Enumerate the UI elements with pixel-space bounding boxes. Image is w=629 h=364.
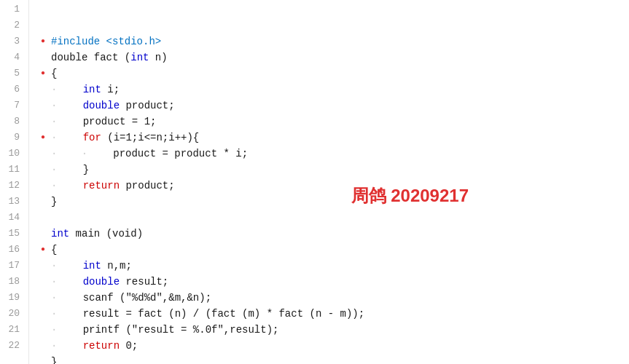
code-token: int [83,258,101,274]
indent-dots: · [51,178,82,194]
line-dot: ● [41,33,50,50]
line-number: 14 [6,210,20,226]
line-number: 9 [6,130,20,146]
line-number: 16 [6,242,20,258]
code-line: · · product = product * i; [41,146,629,162]
code-token: n,m; [101,258,132,274]
line-number: 15 [6,226,20,242]
line-numbers: 12345678910111213141516171819202122 [0,0,29,364]
code-token: int [130,50,149,66]
line-number: 8 [6,114,20,130]
indent-dots: · [51,130,82,146]
line-dot [41,98,50,114]
code-line: · return product; [41,178,629,194]
code-token: result = fact (n) / (fact (m) * fact (n … [83,306,364,322]
code-token: 0; [120,338,138,354]
code-token: product = 1; [83,114,157,130]
indent-dots: · [51,98,82,114]
code-token: } [83,162,89,178]
line-number: 11 [6,162,20,178]
code-line: } [41,354,629,364]
code-line: ●{ [41,66,629,82]
code-token: return [83,338,120,354]
line-dot [41,306,50,322]
watermark: 周鸽 20209217 [351,188,469,204]
code-token: for [83,130,101,146]
code-line: · double result; [41,274,629,290]
code-token: } [51,194,57,210]
code-line: int main (void) [41,226,629,242]
code-token: main (void) [69,226,143,242]
code-line: ●{ [41,242,629,258]
line-dot [41,210,50,226]
code-token: product = product * i; [113,146,248,162]
line-number: 17 [6,258,20,274]
line-dot [41,338,50,354]
code-token: return [83,178,120,194]
line-number: 3 [6,33,20,50]
code-token: i; [101,82,120,98]
indent-dots: · [51,274,82,290]
indent-dots: · · [51,146,112,162]
code-token: int [83,82,101,98]
line-number: 5 [6,66,20,82]
line-number: 10 [6,146,20,162]
code-token: scanf ("%d%d",&m,&n); [83,290,211,306]
line-number: 6 [6,82,20,98]
line-number: 21 [6,322,20,338]
line-dot [41,290,50,306]
code-editor: 12345678910111213141516171819202122 ●#in… [0,0,629,364]
code-token: fact [94,50,119,66]
indent-dots: · [51,338,82,354]
code-line [41,210,629,226]
code-line: · result = fact (n) / (fact (m) * fact (… [41,306,629,322]
line-dot [41,82,50,98]
code-token: double [83,98,120,114]
code-line: ●· for (i=1;i<=n;i++){ [41,130,629,146]
line-dot: ● [41,242,50,258]
code-token: result; [120,274,168,290]
code-line: ●#include <stdio.h> [41,33,629,50]
code-line: · return 0; [41,338,629,354]
code-line: · double product; [41,98,629,114]
code-content: ●#include <stdio.h> double fact (int n)●… [29,0,629,364]
indent-dots: · [51,114,82,130]
code-line: · scanf ("%d%d",&m,&n); [41,290,629,306]
code-token: double [51,50,94,66]
line-dot [41,114,50,130]
code-area: 12345678910111213141516171819202122 ●#in… [0,0,629,364]
code-token: ( [118,50,130,66]
code-token: #include <stdio.h> [51,33,161,50]
code-token: } [51,354,57,364]
line-dot [41,322,50,338]
line-number: 2 [6,17,20,33]
indent-dots: · [51,322,82,338]
code-token: product; [120,178,175,194]
line-dot [41,178,50,194]
code-line: · int n,m; [41,258,629,274]
code-token: printf ("result = %.0f",result); [83,322,279,338]
line-dot [41,354,50,364]
line-dot [41,258,50,274]
code-token: double [83,274,120,290]
code-line: · int i; [41,82,629,98]
line-dot [41,226,50,242]
line-number: 7 [6,98,20,114]
line-number: 1 [6,1,20,17]
code-token: int [51,226,69,242]
line-number: 12 [6,178,20,194]
indent-dots: · [51,258,82,274]
indent-dots: · [51,290,82,306]
indent-dots: · [51,82,82,98]
indent-dots: · [51,306,82,322]
line-dot [41,194,50,210]
code-token: n) [149,50,167,66]
code-token: (i=1;i<=n;i++){ [101,130,199,146]
line-number: 22 [6,338,20,354]
code-token: { [51,66,57,82]
code-token: product; [120,98,175,114]
code-line: · printf ("result = %.0f",result); [41,322,629,338]
code-line: } [41,194,629,210]
code-line: · } [41,162,629,178]
indent-dots: · [51,162,82,178]
